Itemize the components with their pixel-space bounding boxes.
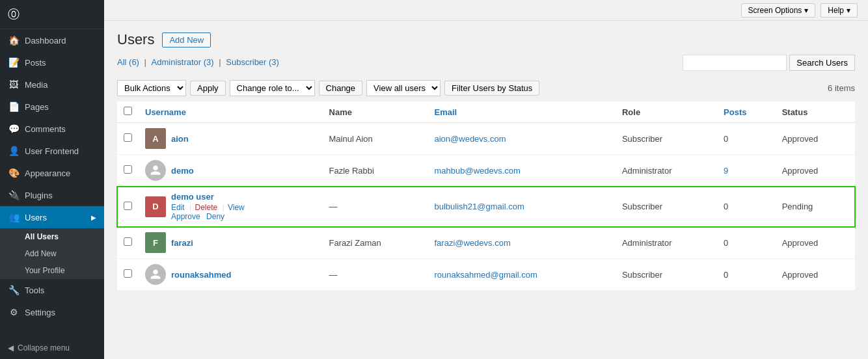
view-link[interactable]: View bbox=[228, 203, 245, 212]
main-content: Screen Options ▾ Help ▾ Users Add New Al… bbox=[104, 0, 868, 359]
search-input[interactable] bbox=[683, 55, 787, 71]
col-header-email: Email bbox=[428, 101, 616, 123]
sidebar-item-pages[interactable]: 📄 Pages bbox=[0, 96, 104, 118]
sidebar-item-settings[interactable]: ⚙ Settings bbox=[0, 301, 104, 323]
submenu-all-users[interactable]: All Users bbox=[0, 228, 104, 245]
sidebar-item-label: Posts bbox=[25, 58, 46, 68]
help-label: Help bbox=[828, 6, 844, 15]
users-table: Username Name Email Role Posts Status A … bbox=[117, 101, 855, 291]
sidebar-item-appearance[interactable]: 🎨 Appearance bbox=[0, 162, 104, 184]
row-checkbox[interactable] bbox=[124, 133, 132, 142]
col-header-role: Role bbox=[616, 101, 717, 123]
items-count: 6 items bbox=[828, 83, 855, 93]
sidebar-item-comments[interactable]: 💬 Comments bbox=[0, 118, 104, 140]
posts-count-link[interactable]: 9 bbox=[724, 166, 728, 176]
wp-logo-icon: ⓪ bbox=[8, 7, 20, 22]
select-all-checkbox[interactable] bbox=[124, 107, 132, 115]
add-new-button[interactable]: Add New bbox=[162, 33, 211, 47]
email-link[interactable]: rounaksahmed@gmail.com bbox=[435, 270, 537, 280]
status-cell: Approved bbox=[776, 259, 855, 291]
username-link[interactable]: aion bbox=[171, 134, 189, 144]
sidebar-item-plugins[interactable]: 🔌 Plugins bbox=[0, 184, 104, 206]
col-header-username: Username bbox=[139, 101, 323, 123]
change-role-select[interactable]: Change role to... bbox=[230, 80, 315, 96]
submenu-your-profile[interactable]: Your Profile bbox=[0, 262, 104, 279]
avatar bbox=[145, 264, 166, 285]
sidebar-item-dashboard[interactable]: 🏠 Dashboard bbox=[0, 29, 104, 51]
email-cell: bulbulish21@gmail.com bbox=[428, 187, 616, 227]
user-cell: A aion Edit | Delete | View bbox=[145, 128, 316, 149]
change-button[interactable]: Change bbox=[319, 81, 363, 96]
username-link[interactable]: demo bbox=[171, 166, 194, 176]
posts-count: 0 bbox=[724, 270, 728, 280]
email-link[interactable]: mahbub@wedevs.com bbox=[435, 166, 521, 176]
email-link[interactable]: bulbulish21@gmail.com bbox=[435, 202, 524, 211]
media-icon: 🖼 bbox=[8, 79, 20, 90]
username-cell: demo Edit | Delete | View bbox=[139, 155, 323, 187]
sidebar-item-users[interactable]: 👥 Users ▶ bbox=[0, 206, 104, 228]
username-cell: D demo user Edit | Delete | View Approve… bbox=[139, 187, 323, 227]
sidebar-item-user-frontend[interactable]: 👤 User Frontend bbox=[0, 140, 104, 162]
delete-link[interactable]: Delete bbox=[195, 203, 217, 212]
sidebar-item-label: Plugins bbox=[25, 191, 53, 200]
name-cell: Mainul Aion bbox=[323, 123, 428, 155]
sidebar: ⓪ 🏠 Dashboard 📝 Posts 🖼 Media 📄 Pages 💬 … bbox=[0, 0, 104, 359]
filter-status-button[interactable]: Filter Users by Status bbox=[444, 81, 539, 96]
role-cell: Subscriber bbox=[616, 259, 717, 291]
submenu-add-new[interactable]: Add New bbox=[0, 245, 104, 262]
username-link[interactable]: demo user bbox=[171, 192, 214, 202]
filter-subscriber[interactable]: Subscriber (3) bbox=[226, 57, 279, 67]
table-row: A aion Edit | Delete | View Mainul Aion … bbox=[117, 123, 855, 155]
view-all-users-select[interactable]: View all users bbox=[366, 80, 441, 96]
row-checkbox[interactable] bbox=[124, 237, 132, 246]
role-cell: Subscriber bbox=[616, 187, 717, 227]
dashboard-icon: 🏠 bbox=[8, 35, 20, 46]
sidebar-item-tools[interactable]: 🔧 Tools bbox=[0, 279, 104, 301]
user-cell: F farazi Edit | Delete | View bbox=[145, 232, 316, 253]
role-cell: Administrator bbox=[616, 227, 717, 259]
bulk-actions-select[interactable]: Bulk Actions bbox=[117, 80, 186, 96]
row-checkbox[interactable] bbox=[124, 269, 132, 278]
deny-link[interactable]: Deny bbox=[206, 212, 224, 221]
username-link[interactable]: rounaksahmed bbox=[171, 270, 231, 280]
email-link[interactable]: aion@wedevs.com bbox=[435, 134, 506, 144]
col-header-posts[interactable]: Posts bbox=[717, 101, 776, 123]
sidebar-item-label: Settings bbox=[25, 308, 55, 317]
username-wrapper: demo user Edit | Delete | View Approve D… bbox=[171, 192, 246, 221]
sidebar-item-label: User Frontend bbox=[25, 146, 79, 156]
sidebar-item-label: Users bbox=[25, 213, 47, 222]
status-cell: Approved bbox=[776, 227, 855, 259]
approve-link[interactable]: Approve bbox=[171, 212, 200, 221]
filter-administrator[interactable]: Administrator (3) bbox=[152, 57, 214, 67]
sidebar-item-label: Pages bbox=[25, 102, 49, 112]
role-cell: Subscriber bbox=[616, 123, 717, 155]
row-checkbox[interactable] bbox=[124, 165, 132, 174]
collapse-menu-button[interactable]: ◀ Collapse menu bbox=[0, 337, 104, 359]
pages-icon: 📄 bbox=[8, 101, 20, 112]
sidebar-item-media[interactable]: 🖼 Media bbox=[0, 73, 104, 96]
sidebar-item-label: Dashboard bbox=[25, 36, 66, 46]
action-bar: Bulk Actions Apply Change role to... Cha… bbox=[117, 80, 855, 96]
status-cell: Pending bbox=[776, 187, 855, 227]
filter-separator-1: | bbox=[144, 57, 149, 67]
tools-icon: 🔧 bbox=[8, 285, 20, 295]
email-link[interactable]: farazi@wedevs.com bbox=[435, 238, 511, 248]
edit-link[interactable]: Edit bbox=[171, 203, 185, 212]
name-cell: Farazi Zaman bbox=[323, 227, 428, 259]
help-button[interactable]: Help ▾ bbox=[821, 3, 858, 18]
email-cell: mahbub@wedevs.com bbox=[428, 155, 616, 187]
collapse-label: Collapse menu bbox=[18, 343, 70, 352]
screen-options-label: Screen Options bbox=[748, 6, 802, 15]
filter-all[interactable]: All (6) bbox=[117, 57, 139, 67]
apply-button[interactable]: Apply bbox=[190, 81, 226, 96]
sep: | bbox=[187, 203, 194, 212]
collapse-icon: ◀ bbox=[8, 343, 14, 352]
screen-options-button[interactable]: Screen Options ▾ bbox=[741, 3, 816, 18]
sidebar-item-label: Media bbox=[25, 80, 47, 90]
table-row: F farazi Edit | Delete | View Farazi Zam… bbox=[117, 227, 855, 259]
sidebar-item-posts[interactable]: 📝 Posts bbox=[0, 51, 104, 73]
search-users-button[interactable]: Search Users bbox=[789, 55, 855, 71]
username-link[interactable]: farazi bbox=[171, 238, 193, 248]
avatar: D bbox=[145, 196, 166, 217]
row-checkbox[interactable] bbox=[124, 202, 132, 210]
